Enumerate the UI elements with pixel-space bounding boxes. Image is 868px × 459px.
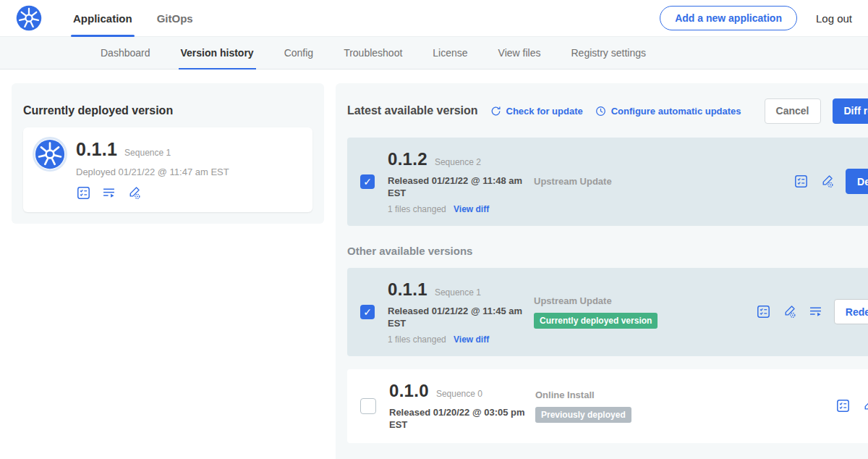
source-label: Upstream Update bbox=[534, 295, 612, 306]
currently-deployed-badge: Currently deployed version bbox=[534, 313, 658, 329]
deploy-button[interactable]: Deploy bbox=[846, 169, 868, 194]
deployed-version-body: 0.1.1 Sequence 1 Deployed 01/21/22 @ 11:… bbox=[76, 139, 229, 201]
top-nav: Application GitOps bbox=[61, 0, 205, 36]
main-content: Currently deployed version 0.1.1 Sequenc… bbox=[0, 70, 868, 459]
version-row-actions: Redeploy bbox=[756, 299, 868, 324]
files-changed-line: 1 files changed View diff bbox=[388, 334, 534, 345]
sequence-label: Sequence 1 bbox=[435, 287, 481, 298]
config-icon[interactable] bbox=[861, 398, 868, 413]
config-icon[interactable] bbox=[820, 174, 835, 189]
logout-link[interactable]: Log out bbox=[816, 12, 852, 25]
previously-deployed-badge: Previously deployed bbox=[535, 407, 631, 423]
version-info: 0.1.0 Sequence 0 Released 01/20/22 @ 03:… bbox=[389, 381, 535, 431]
add-application-button[interactable]: Add a new application bbox=[660, 6, 797, 30]
release-notes-icon[interactable] bbox=[756, 304, 771, 319]
sequence-label: Sequence 0 bbox=[436, 389, 482, 399]
view-diff-link[interactable]: View diff bbox=[454, 334, 489, 345]
tab-config[interactable]: Config bbox=[269, 37, 328, 69]
configure-automatic-updates-link[interactable]: Configure automatic updates bbox=[595, 105, 741, 117]
nav-application[interactable]: Application bbox=[61, 0, 145, 36]
app-header: Application GitOps Add a new application… bbox=[0, 0, 868, 37]
release-notes-icon[interactable] bbox=[835, 398, 851, 413]
released-timestamp: Released 01/20/22 @ 03:05 pm EST bbox=[389, 406, 528, 431]
latest-version-header: Latest available version Check for updat… bbox=[347, 95, 868, 127]
version-row-actions bbox=[835, 398, 868, 413]
other-versions-title: Other available versions bbox=[347, 245, 868, 257]
tab-registry-settings[interactable]: Registry settings bbox=[556, 37, 660, 69]
version-source: Online Install Previously deployed bbox=[535, 389, 835, 423]
version-checkbox[interactable] bbox=[360, 398, 376, 414]
config-icon[interactable] bbox=[782, 304, 797, 319]
tab-troubleshoot[interactable]: Troubleshoot bbox=[328, 37, 417, 69]
version-number-line: 0.1.0 Sequence 0 bbox=[389, 381, 535, 401]
version-number: 0.1.0 bbox=[389, 381, 429, 401]
header-right: Add a new application Log out bbox=[660, 6, 852, 30]
files-changed-label: 1 files changed bbox=[388, 334, 446, 345]
logs-icon[interactable] bbox=[808, 304, 823, 319]
deployed-version-line: 0.1.1 Sequence 1 bbox=[76, 139, 229, 160]
released-timestamp: Released 01/21/22 @ 11:45 am EST bbox=[388, 305, 527, 330]
check-for-update-link[interactable]: Check for update bbox=[490, 105, 583, 117]
version-checkbox[interactable] bbox=[360, 305, 375, 319]
version-row: 0.1.2 Sequence 2 Released 01/21/22 @ 11:… bbox=[347, 138, 868, 226]
version-number: 0.1.2 bbox=[388, 149, 427, 169]
files-changed-label: 1 files changed bbox=[388, 204, 446, 214]
sequence-label: Sequence 2 bbox=[435, 157, 481, 167]
files-changed-line: 1 files changed View diff bbox=[388, 204, 534, 214]
deployed-icon-row bbox=[76, 185, 229, 201]
latest-version-title: Latest available version bbox=[347, 104, 478, 117]
deployed-sequence-label: Sequence 1 bbox=[124, 148, 171, 158]
version-number-line: 0.1.2 Sequence 2 bbox=[388, 149, 534, 169]
tab-license[interactable]: License bbox=[417, 37, 482, 69]
redeploy-button[interactable]: Redeploy bbox=[834, 299, 868, 324]
currently-deployed-title: Currently deployed version bbox=[23, 104, 312, 117]
version-number: 0.1.1 bbox=[388, 279, 427, 300]
version-source: Upstream Update bbox=[534, 176, 793, 187]
app-logo-icon bbox=[35, 139, 65, 169]
version-row: 0.1.0 Sequence 0 Released 01/20/22 @ 03:… bbox=[347, 369, 868, 443]
deployed-timestamp: Deployed 01/21/22 @ 11:47 am EST bbox=[76, 167, 229, 177]
refresh-icon bbox=[490, 105, 502, 117]
check-for-update-label: Check for update bbox=[506, 106, 583, 117]
cancel-button[interactable]: Cancel bbox=[765, 98, 821, 124]
logs-icon[interactable] bbox=[101, 185, 116, 201]
version-source: Upstream Update Currently deployed versi… bbox=[534, 295, 756, 329]
app-subnav: Dashboard Version history Config Trouble… bbox=[0, 37, 868, 70]
deployed-version-number: 0.1.1 bbox=[76, 139, 117, 160]
version-history-panel: Latest available version Check for updat… bbox=[336, 83, 868, 459]
release-notes-icon[interactable] bbox=[793, 174, 809, 189]
version-info: 0.1.2 Sequence 2 Released 01/21/22 @ 11:… bbox=[388, 149, 534, 214]
deployed-version-card: 0.1.1 Sequence 1 Deployed 01/21/22 @ 11:… bbox=[23, 127, 312, 212]
version-number-line: 0.1.1 Sequence 1 bbox=[388, 279, 534, 300]
tab-version-history[interactable]: Version history bbox=[166, 37, 269, 69]
release-notes-icon[interactable] bbox=[76, 185, 91, 201]
configure-automatic-updates-label: Configure automatic updates bbox=[611, 106, 741, 117]
diff-releases-button[interactable]: Diff releases bbox=[833, 98, 868, 124]
version-row-actions: Deploy bbox=[793, 169, 868, 194]
source-label: Upstream Update bbox=[534, 176, 612, 187]
source-label: Online Install bbox=[535, 389, 595, 400]
version-row: 0.1.1 Sequence 1 Released 01/21/22 @ 11:… bbox=[347, 268, 868, 356]
view-diff-link[interactable]: View diff bbox=[454, 204, 489, 214]
tab-dashboard[interactable]: Dashboard bbox=[85, 37, 166, 69]
version-info: 0.1.1 Sequence 1 Released 01/21/22 @ 11:… bbox=[388, 279, 534, 345]
tab-view-files[interactable]: View files bbox=[483, 37, 556, 69]
config-icon[interactable] bbox=[127, 185, 142, 201]
released-timestamp: Released 01/21/22 @ 11:48 am EST bbox=[388, 174, 527, 200]
clock-icon bbox=[595, 105, 607, 117]
nav-gitops[interactable]: GitOps bbox=[145, 0, 205, 36]
kubernetes-logo-icon bbox=[16, 5, 42, 31]
currently-deployed-panel: Currently deployed version 0.1.1 Sequenc… bbox=[12, 83, 324, 224]
app-root: Application GitOps Add a new application… bbox=[0, 0, 868, 459]
version-checkbox[interactable] bbox=[360, 174, 375, 189]
